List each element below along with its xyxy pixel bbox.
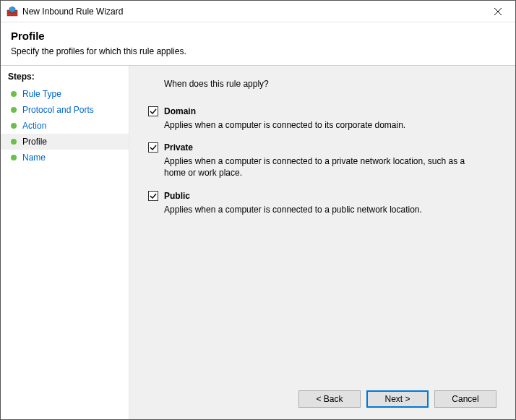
step-bullet-icon	[11, 107, 17, 113]
step-label: Profile	[22, 137, 47, 147]
option-label: Public	[164, 191, 190, 201]
step-rule-type[interactable]: Rule Type	[1, 86, 129, 102]
option-label: Domain	[164, 106, 196, 116]
window-title: New Inbound Rule Wizard	[22, 7, 483, 17]
steps-sidebar: Steps: Rule Type Protocol and Ports Acti…	[1, 66, 129, 419]
firewall-icon	[7, 6, 18, 17]
checkbox-domain[interactable]	[148, 106, 158, 116]
check-icon	[149, 107, 158, 116]
checkbox-private[interactable]	[148, 142, 158, 153]
step-bullet-icon	[11, 91, 17, 97]
titlebar: New Inbound Rule Wizard	[1, 1, 515, 22]
step-bullet-icon	[11, 123, 17, 129]
step-label: Name	[22, 153, 46, 163]
page-title: Profile	[11, 30, 505, 42]
back-button[interactable]: < Back	[298, 390, 361, 408]
option-domain: Domain Applies when a computer is connec…	[148, 106, 496, 131]
check-icon	[149, 143, 158, 152]
wizard-body: Steps: Rule Type Protocol and Ports Acti…	[1, 66, 515, 419]
step-bullet-icon	[11, 155, 17, 160]
steps-heading: Steps:	[1, 70, 129, 86]
step-protocol-and-ports[interactable]: Protocol and Ports	[1, 102, 129, 118]
close-button[interactable]	[483, 1, 512, 22]
check-icon	[149, 192, 158, 200]
step-bullet-icon	[11, 139, 17, 145]
option-desc: Applies when a computer is connected to …	[164, 119, 482, 131]
checkbox-public[interactable]	[148, 191, 158, 201]
close-icon	[494, 8, 502, 15]
step-name[interactable]: Name	[1, 150, 129, 166]
page-subtitle: Specify the profiles for which this rule…	[11, 46, 505, 56]
step-label: Protocol and Ports	[22, 105, 94, 115]
next-button[interactable]: Next >	[366, 390, 429, 408]
question-text: When does this rule apply?	[164, 79, 496, 89]
option-public: Public Applies when a computer is connec…	[148, 191, 496, 215]
step-profile[interactable]: Profile	[1, 134, 129, 150]
main-panel: When does this rule apply? Domain Applie…	[129, 66, 515, 419]
step-label: Action	[22, 121, 46, 131]
step-action[interactable]: Action	[1, 118, 129, 134]
option-desc: Applies when a computer is connected to …	[164, 204, 482, 215]
wizard-window: New Inbound Rule Wizard Profile Specify …	[0, 0, 516, 420]
cancel-button[interactable]: Cancel	[434, 390, 496, 408]
button-row: < Back Next > Cancel	[148, 382, 496, 408]
step-label: Rule Type	[22, 89, 61, 99]
option-desc: Applies when a computer is connected to …	[164, 155, 482, 179]
option-label: Private	[164, 142, 193, 153]
wizard-header: Profile Specify the profiles for which t…	[1, 22, 515, 66]
option-private: Private Applies when a computer is conne…	[148, 142, 496, 179]
